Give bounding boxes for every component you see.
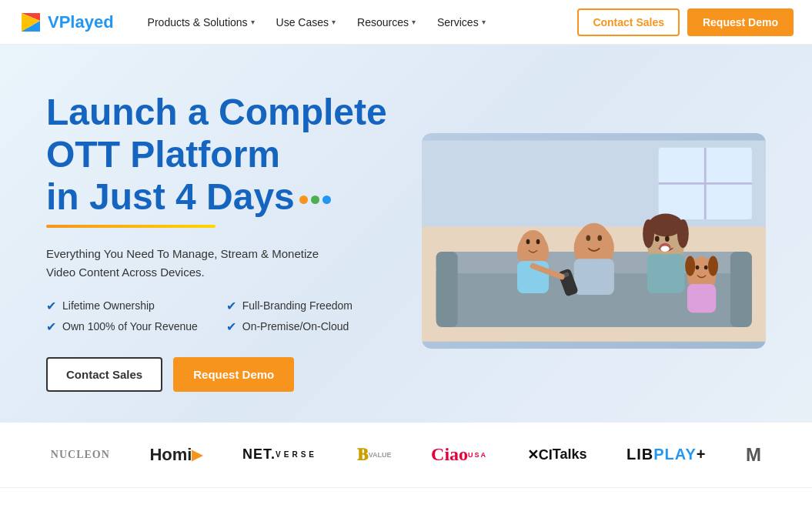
logo-nucleon: NUCLEON	[51, 449, 110, 461]
nav-services[interactable]: Services ▾	[428, 12, 495, 33]
request-demo-button[interactable]: Request Demo	[687, 8, 794, 36]
xci-x: ✕CI	[527, 446, 553, 463]
feature-revenue: ✔ Own 100% of Your Revenue	[46, 319, 211, 334]
chevron-down-icon: ▾	[412, 18, 416, 26]
svg-rect-9	[730, 252, 751, 327]
hero-demo-button[interactable]: Request Demo	[173, 357, 294, 392]
nav-links: Products & Solutions ▾ Use Cases ▾ Resou…	[139, 12, 578, 33]
features-grid: ✔ Lifetime Ownership ✔ Full-Branding Fre…	[46, 299, 391, 334]
play-text: PLAY	[653, 446, 697, 463]
netverse-net: NET.	[242, 446, 276, 463]
homi-text: Homi	[149, 445, 192, 465]
title-underline	[46, 225, 216, 228]
svg-point-21	[526, 239, 530, 245]
ciao-text: Ciao	[431, 444, 468, 465]
nav-products[interactable]: Products & Solutions ▾	[139, 12, 264, 33]
lib-text: LIB	[627, 446, 653, 463]
svg-point-36	[695, 266, 699, 270]
bvalue-text: 𝐁	[357, 445, 369, 465]
logo-partial: M	[746, 444, 761, 466]
bvalue-label: VALUE	[369, 451, 392, 459]
hero-image	[422, 133, 767, 349]
hero-section: Launch a Complete OTT Platform in Just 4…	[0, 45, 812, 423]
nucleon-text: NUCLEON	[51, 449, 110, 461]
svg-point-17	[597, 236, 602, 241]
svg-rect-32	[687, 284, 715, 312]
check-icon: ✔	[226, 299, 236, 313]
hero-title: Launch a Complete OTT Platform in Just 4…	[46, 91, 391, 219]
hero-buttons: Contact Sales Request Demo	[46, 357, 391, 392]
logo-libplay: LIB PLAY +	[627, 446, 706, 463]
logo-homi: Homi ▶	[149, 445, 202, 465]
svg-point-15	[578, 223, 610, 259]
logos-section: NUCLEON Homi ▶ NET. VERSE 𝐁 VALUE Ciao U…	[0, 423, 812, 488]
svg-point-37	[703, 266, 707, 270]
logo-icon	[18, 10, 43, 35]
nav-use-cases[interactable]: Use Cases ▾	[267, 12, 345, 33]
logo-xcitalks: ✕CI Talks	[527, 446, 587, 463]
svg-point-22	[536, 239, 540, 245]
check-icon: ✔	[46, 319, 56, 334]
svg-rect-24	[647, 254, 683, 293]
logo[interactable]: VPlayed	[18, 10, 114, 35]
hero-image-placeholder	[422, 133, 767, 349]
hero-contact-button[interactable]: Contact Sales	[46, 357, 162, 392]
contact-sales-button[interactable]: Contact Sales	[577, 8, 680, 36]
logo-bvalue: 𝐁 VALUE	[357, 445, 392, 465]
ciao-usa: USA	[468, 451, 487, 459]
xci-talks: Talks	[553, 446, 587, 463]
svg-point-30	[654, 236, 659, 242]
chevron-down-icon: ▾	[251, 18, 255, 26]
plus-text: +	[697, 446, 707, 463]
family-svg	[422, 133, 767, 349]
check-icon: ✔	[226, 319, 236, 334]
hero-dots	[299, 196, 331, 204]
nav-actions: Contact Sales Request Demo	[577, 8, 794, 36]
svg-rect-14	[573, 259, 613, 296]
feature-lifetime: ✔ Lifetime Ownership	[46, 299, 211, 313]
svg-point-20	[520, 230, 546, 259]
check-icon: ✔	[46, 299, 56, 313]
svg-point-27	[643, 219, 654, 248]
feature-branding: ✔ Full-Branding Freedom	[226, 299, 391, 313]
svg-point-35	[707, 256, 717, 276]
logo-ciao: Ciao USA	[431, 444, 487, 465]
feature-cloud: ✔ On-Premise/On-Cloud	[226, 319, 391, 334]
svg-point-28	[677, 219, 688, 248]
hero-subtitle: Everything You Need To Manage, Stream & …	[46, 245, 391, 282]
partial-text: M	[746, 444, 761, 466]
netverse-verse: VERSE	[276, 450, 317, 459]
chevron-down-icon: ▾	[332, 18, 336, 26]
dot-blue	[322, 196, 331, 204]
hero-content: Launch a Complete OTT Platform in Just 4…	[46, 91, 391, 392]
dot-green	[311, 196, 319, 204]
homi-play-icon: ▶	[192, 446, 202, 463]
svg-rect-8	[436, 252, 457, 327]
svg-point-16	[586, 236, 590, 241]
bottom-section: Get Inspired By Successful Video Busines…	[0, 488, 812, 508]
logo-netverse: NET. VERSE	[242, 446, 317, 463]
navbar: VPlayed Products & Solutions ▾ Use Cases…	[0, 0, 812, 45]
svg-point-29	[665, 236, 670, 242]
nav-resources[interactable]: Resources ▾	[348, 12, 425, 33]
svg-point-42	[660, 246, 669, 252]
dot-orange	[299, 196, 308, 204]
chevron-down-icon: ▾	[482, 18, 486, 26]
brand-name: VPlayed	[48, 12, 114, 32]
svg-point-34	[685, 256, 695, 276]
